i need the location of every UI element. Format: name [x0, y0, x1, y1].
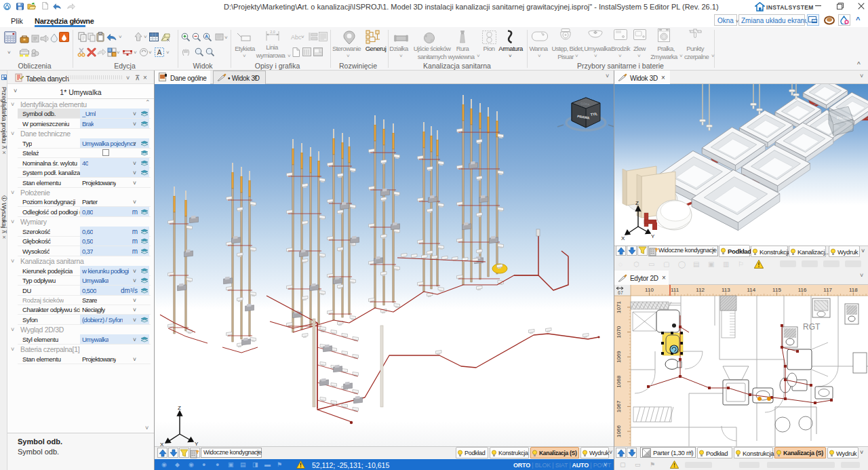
svg-text:A: A [157, 49, 162, 56]
svg-text:114: 114 [747, 287, 756, 293]
svg-text:A: A [205, 34, 208, 39]
svg-text:111: 111 [671, 287, 679, 293]
svg-text:117: 117 [823, 287, 832, 293]
svg-text:1068: 1068 [616, 375, 622, 387]
svg-text:118: 118 [849, 287, 858, 293]
svg-text:PRAWA: PRAWA [837, 116, 852, 120]
svg-text:112: 112 [696, 287, 705, 293]
svg-text:Y: Y [651, 233, 655, 239]
svg-text:RGT: RGT [803, 322, 821, 332]
svg-text:2,0: 2,0 [270, 30, 275, 34]
svg-text:1069: 1069 [616, 351, 622, 363]
svg-text:1067: 1067 [616, 400, 622, 412]
svg-text:115: 115 [772, 287, 781, 293]
svg-text:X: X [160, 442, 164, 446]
svg-text:Y: Y [195, 441, 199, 446]
svg-text:113: 113 [722, 287, 730, 293]
svg-text:1071: 1071 [616, 301, 622, 313]
svg-text:116: 116 [798, 287, 807, 293]
svg-text:X: X [621, 235, 625, 241]
svg-text:1066: 1066 [616, 425, 622, 437]
svg-text:110: 110 [645, 287, 654, 293]
svg-text:Z: Z [635, 200, 639, 206]
svg-text:1070: 1070 [616, 326, 622, 338]
svg-text:Z: Z [178, 405, 181, 411]
svg-text:67: 67 [618, 290, 623, 295]
